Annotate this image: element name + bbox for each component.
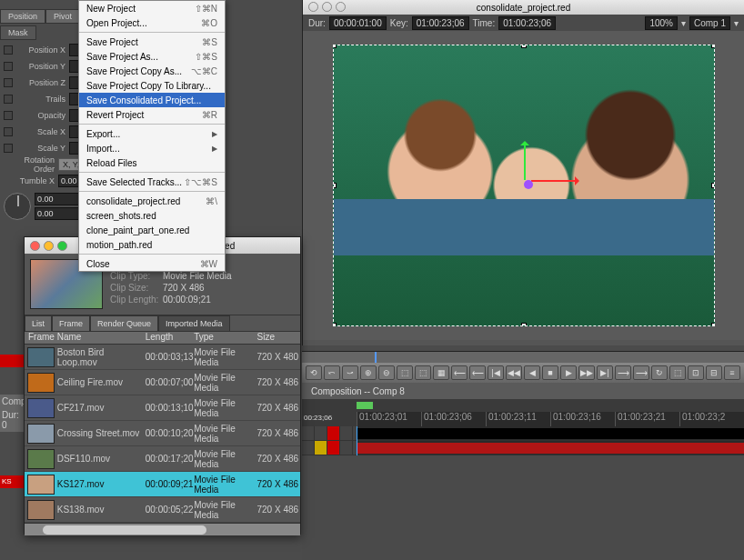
transport-button-6[interactable]: ⬚ [415, 365, 431, 380]
transport-button-17[interactable]: ⟶ [615, 365, 631, 380]
track-indicator-ks[interactable]: KS [0, 475, 24, 488]
keyframe-toggle[interactable] [4, 78, 13, 87]
time-field[interactable]: 01:00:23;06 [498, 16, 556, 30]
track-lane-1[interactable] [357, 426, 744, 440]
track-header-2[interactable] [302, 441, 357, 455]
track-clip-black[interactable] [357, 428, 744, 439]
keyframe-toggle[interactable] [4, 95, 13, 104]
track-lane-2[interactable] [357, 441, 744, 455]
menu-item-save-project[interactable]: Save Project⌘S [79, 35, 225, 49]
media-row[interactable]: DSF110.mov00:00:17;20Movie File Media720… [25, 446, 300, 472]
menu-item-import[interactable]: Import... [79, 141, 225, 155]
rotation-dial[interactable] [4, 193, 31, 220]
transport-button-11[interactable]: ◀◀ [506, 365, 522, 380]
menu-item-open-project[interactable]: Open Project...⌘O [79, 15, 225, 30]
key-field[interactable]: 01:00:23;06 [412, 16, 469, 30]
window-close-button[interactable] [30, 241, 40, 251]
comp-selector[interactable]: Comp 1 [689, 16, 730, 30]
menu-item-save-consolidated-project[interactable]: Save Consolidated Project... [79, 93, 225, 107]
transport-button-7[interactable]: ▦ [433, 365, 449, 380]
transport-button-10[interactable]: |◀ [488, 365, 504, 380]
transport-button-8[interactable]: ⟵ [451, 365, 468, 380]
menu-item-save-selected-tracks[interactable]: Save Selected Tracks...⇧⌥⌘S [79, 175, 225, 189]
keyframe-toggle[interactable] [4, 127, 13, 136]
menu-item-save-project-as[interactable]: Save Project As...⇧⌘S [79, 49, 225, 64]
handle-mr[interactable] [711, 183, 715, 188]
zoom-field[interactable]: 100% [645, 16, 678, 30]
window-minimize-button[interactable] [322, 2, 332, 12]
x-axis-arrow[interactable] [531, 180, 577, 182]
transport-button-12[interactable]: ◀ [524, 365, 540, 380]
viewer-titlebar[interactable]: consolidate_project.red [303, 0, 744, 15]
timecode-current[interactable]: 00:23;06 [302, 412, 357, 426]
media-row[interactable]: Crossing Street.mov00:00:10;20Movie File… [25, 421, 300, 446]
handle-tc[interactable] [521, 45, 527, 48]
menu-item-close[interactable]: Close⌘W [79, 256, 225, 271]
transport-button-21[interactable]: ⊡ [688, 365, 704, 380]
menu-item-reload-files[interactable]: Reload Files [79, 155, 225, 170]
in-point-marker[interactable] [357, 402, 373, 409]
menu-item-screen-shots-red[interactable]: screen_shots.red [79, 208, 225, 223]
transport-button-18[interactable]: ⟶ [633, 365, 649, 380]
menu-item-save-project-copy-to-library[interactable]: Save Project Copy To Library... [79, 78, 225, 93]
keyframe-toggle[interactable] [4, 45, 13, 55]
window-zoom-button[interactable] [336, 2, 346, 12]
transport-button-23[interactable]: ≡ [724, 365, 740, 380]
transport-button-9[interactable]: ⟵ [469, 365, 486, 380]
keyframe-toggle[interactable] [4, 62, 13, 71]
duration-field[interactable]: 00:00:01:00 [329, 16, 387, 30]
handle-ml[interactable] [333, 183, 337, 188]
panel-tab-position[interactable]: Position [0, 9, 45, 24]
project-scrollbar[interactable] [25, 523, 300, 535]
zoom-down-icon[interactable]: ▾ [681, 18, 686, 28]
track-clip-red[interactable] [357, 443, 744, 454]
handle-br[interactable] [711, 323, 715, 326]
media-row[interactable]: Boston Bird Loop.mov00:00:03;13Movie Fil… [25, 345, 300, 370]
window-zoom-button[interactable] [57, 241, 67, 251]
project-tab-imported-media[interactable]: Imported Media [158, 315, 230, 331]
media-row[interactable]: CF217.mov00:00:13;10Movie File Media720 … [25, 395, 300, 421]
handle-tl[interactable] [333, 45, 337, 48]
composition-bar[interactable]: Composition -- Comp 8 [302, 383, 744, 399]
window-minimize-button[interactable] [44, 241, 54, 251]
handle-bl[interactable] [333, 323, 337, 326]
handle-bc[interactable] [521, 323, 527, 326]
menu-item-revert-project[interactable]: Revert Project⌘R [79, 107, 225, 122]
window-close-button[interactable] [308, 2, 318, 12]
project-tab-frame[interactable]: Frame [52, 315, 90, 331]
menu-item-save-project-copy-as[interactable]: Save Project Copy As...⌥⌘C [79, 64, 225, 78]
menu-item-consolidate-project-red[interactable]: consolidate_project.red⌘\ [79, 194, 225, 208]
timeline-playhead[interactable] [357, 426, 357, 455]
media-row[interactable]: Ceiling Fire.mov00:00:07;00Movie File Me… [25, 370, 300, 395]
transport-button-19[interactable]: ↻ [651, 365, 668, 380]
y-axis-arrow[interactable] [524, 144, 526, 180]
transport-button-3[interactable]: ⊕ [360, 365, 377, 380]
transport-button-4[interactable]: ⊖ [378, 365, 395, 380]
menu-item-export[interactable]: Export... [79, 126, 225, 141]
viewer-frame[interactable] [333, 45, 715, 326]
media-row[interactable]: KS127.mov00:00:09;21Movie File Media720 … [25, 472, 300, 497]
menu-item-clone-paint-part-one-red[interactable]: clone_paint_part_one.red [79, 223, 225, 237]
transport-button-5[interactable]: ⬚ [397, 365, 413, 380]
pivot-dot[interactable] [524, 180, 533, 189]
handle-tr[interactable] [711, 45, 715, 48]
track-header-1[interactable] [302, 426, 357, 440]
timeline-scrub[interactable] [302, 352, 744, 363]
menu-item-motion-path-red[interactable]: motion_path.red [79, 237, 225, 252]
transport-button-13[interactable]: ■ [542, 365, 558, 380]
transport-button-0[interactable]: ⟲ [306, 365, 322, 380]
viewer-canvas[interactable] [303, 31, 744, 340]
transport-button-22[interactable]: ⊟ [706, 365, 722, 380]
media-row[interactable]: KS138.mov00:00:05;22Movie File Media720 … [25, 497, 300, 523]
project-tab-list[interactable]: List [25, 315, 52, 331]
mask-tab[interactable]: Mask [0, 25, 36, 40]
transport-button-20[interactable]: ⬚ [669, 365, 686, 380]
transport-button-15[interactable]: ▶▶ [578, 365, 595, 380]
menu-item-new-project[interactable]: New Project⇧⌘N [79, 1, 225, 15]
transport-button-1[interactable]: ⤺ [324, 365, 340, 380]
project-tab-render-queue[interactable]: Render Queue [90, 315, 158, 331]
transport-button-2[interactable]: ⤻ [342, 365, 358, 380]
keyframe-toggle[interactable] [4, 111, 13, 120]
transport-button-14[interactable]: ▶ [560, 365, 577, 380]
timecode-ruler[interactable]: 01:00:23;0101:00:23;0601:00:23;1101:00:2… [357, 412, 744, 426]
